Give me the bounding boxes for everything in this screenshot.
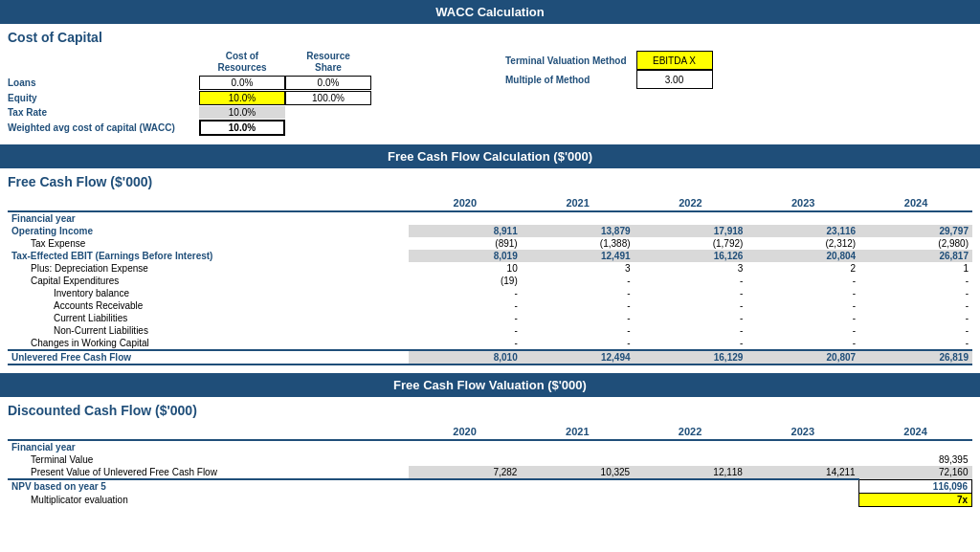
fcf-cell-6-3: - [746,287,859,299]
fcf-row-0: Financial year [8,211,972,225]
fcf-cell-1-4: 29,797 [859,225,972,237]
fcf-cell-11-3: 20,807 [746,350,859,364]
wacc-equity-cost[interactable]: 10.0% [199,91,285,105]
wacc-row-wacc: Weighted avg cost of capital (WACC) 10.0… [8,120,448,136]
terminal-val-method-value[interactable]: EBITDA X [636,51,713,70]
fcf-cell-8-1: - [522,312,635,324]
fcf-cell-2-4: (2,980) [859,237,972,250]
fcf-cell-4-4: 1 [859,262,972,275]
valuation-header: Free Cash Flow Valuation ($'000) [0,373,980,397]
fcf-cell-3-4: 26,817 [859,250,972,262]
fcf-label-col [8,195,409,211]
fcf-row-5: Capital Expenditures(19)---- [8,275,972,287]
fcf-cell-5-2: - [635,275,747,287]
fcf-cell-2-3: (2,312) [746,237,859,250]
valuation-section: Free Cash Flow Valuation ($'000) Discoun… [0,373,980,515]
fcf-row-label-3: Tax-Effected EBIT (Earnings Before Inter… [8,250,409,262]
val-row-4: Multiplicator evaluation7x [8,493,972,506]
fcf-cell-11-1: 12,494 [522,350,635,364]
val-year-2021: 2021 [521,424,634,440]
fcf-row-label-0: Financial year [8,211,409,225]
val-cell-3-4: 116,096 [859,479,972,493]
fcf-year-2024: 2024 [859,195,972,211]
wacc-label-loans: Loans [8,77,199,88]
fcf-cell-7-3: - [746,299,859,312]
fcf-cell-8-0: - [409,312,522,324]
fcf-cell-7-0: - [409,299,522,312]
val-row-label-0: Financial year [8,440,409,453]
fcf-cell-1-1: 13,879 [522,225,635,237]
wacc-section: WACC Calculation Cost of Capital Cost of… [0,0,980,144]
wacc-equity-share[interactable]: 100.0% [285,91,371,105]
fcf-row-11: Unlevered Free Cash Flow8,01012,49416,12… [8,350,972,364]
fcf-cell-10-2: - [635,337,747,350]
fcf-row-label-1: Operating Income [8,225,409,237]
fcf-cell-2-0: (891) [409,237,522,250]
fcf-row-2: Tax Expense(891)(1,388)(1,792)(2,312)(2,… [8,237,972,250]
fcf-cell-4-0: 10 [409,262,522,275]
cost-of-capital-title: Cost of Capital [0,24,980,47]
val-thead-row: 2020 2021 2022 2023 2024 [8,424,972,440]
fcf-row-label-4: Plus: Depreciation Expense [8,262,409,275]
wacc-header: WACC Calculation [0,0,980,24]
val-row-label-1: Terminal Value [8,453,409,466]
fcf-cell-6-0: - [409,287,522,299]
val-cell-3-2 [634,479,746,493]
fcf-row-8: Current Liabilities----- [8,312,972,324]
wacc-wacc-cost[interactable]: 10.0% [199,120,285,136]
val-cell-1-2 [634,453,746,466]
fcf-cell-11-2: 16,129 [635,350,747,364]
fcf-cell-5-1: - [522,275,635,287]
val-cell-3-0 [409,479,522,493]
fcf-year-2023: 2023 [746,195,859,211]
fcf-cell-10-0: - [409,337,522,350]
wacc-taxrate-cost[interactable]: 10.0% [199,106,285,119]
wacc-wacc-share [285,127,371,129]
fcf-cell-3-1: 12,491 [522,250,635,262]
terminal-val-method-label: Terminal Valuation Method [505,51,627,70]
val-year-2020: 2020 [409,424,522,440]
fcf-title: Free Cash Flow ($'000) [0,168,980,191]
fcf-cell-8-2: - [635,312,747,324]
val-cell-3-3 [746,479,859,493]
col-header-cost: Cost ofResources [199,51,285,74]
multiple-method-label: Multiple of Method [505,70,627,89]
fcf-cell-1-2: 17,918 [635,225,747,237]
wacc-row-taxrate: Tax Rate 10.0% [8,106,448,119]
fcf-cell-7-2: - [635,299,747,312]
val-cell-4-0 [409,493,522,506]
multiple-method-value[interactable]: 3.00 [636,70,713,89]
fcf-row-7: Accounts Receivable----- [8,299,972,312]
fcf-thead-row: 2020 2021 2022 2023 2024 [8,195,972,211]
val-cell-1-0 [409,453,522,466]
fcf-cell-8-3: - [746,312,859,324]
fcf-cell-3-3: 20,804 [746,250,859,262]
fcf-body: 2020 2021 2022 2023 2024 Financial yearO… [0,191,980,373]
fcf-cell-10-1: - [522,337,635,350]
fcf-cell-11-0: 8,010 [409,350,522,364]
wacc-row-equity: Equity 10.0% 100.0% [8,91,448,105]
fcf-cell-11-4: 26,819 [859,350,972,364]
wacc-label-equity: Equity [8,93,199,103]
fcf-cell-9-0: - [409,324,522,337]
fcf-cell-9-1: - [522,324,635,337]
fcf-cell-4-2: 3 [635,262,747,275]
val-row-label-4: Multiplicator evaluation [8,493,409,506]
wacc-loans-share[interactable]: 0.0% [285,76,371,90]
val-cell-4-1 [521,493,634,506]
fcf-header: Free Cash Flow Calculation ($'000) [0,144,980,168]
fcf-row-label-6: Inventory balance [8,287,409,299]
fcf-year-2021: 2021 [522,195,635,211]
wacc-left-panel: Cost ofResources ResourceShare Loans 0.0… [8,51,448,137]
val-cell-2-2: 12,118 [634,466,746,479]
wacc-label-wacc: Weighted avg cost of capital (WACC) [8,122,199,133]
wacc-loans-cost[interactable]: 0.0% [199,76,285,90]
val-row-2: Present Value of Unlevered Free Cash Flo… [8,466,972,479]
fcf-cell-6-2: - [635,287,747,299]
val-cell-3-1 [521,479,634,493]
fcf-cell-7-1: - [522,299,635,312]
fcf-row-10: Changes in Working Capital----- [8,337,972,350]
val-row-label-2: Present Value of Unlevered Free Cash Flo… [8,466,409,479]
fcf-cell-9-2: - [635,324,747,337]
fcf-cell-2-1: (1,388) [522,237,635,250]
